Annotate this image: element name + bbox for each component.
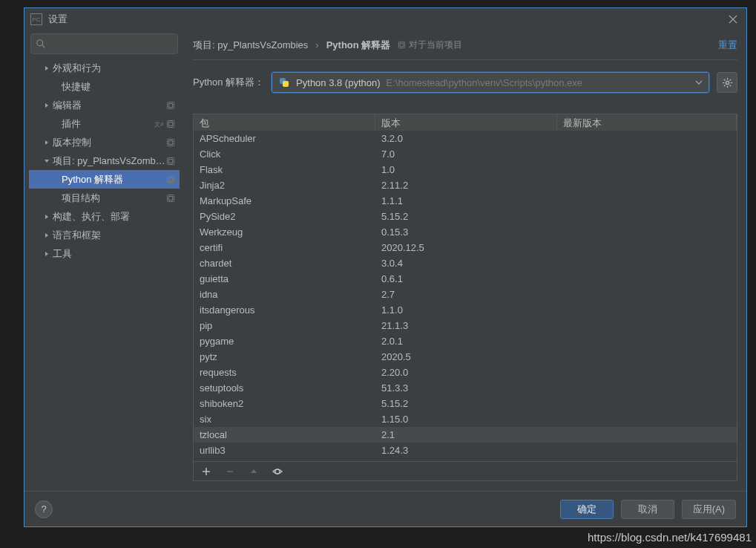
scope-icon: [166, 101, 175, 110]
interpreter-select[interactable]: Python 3.8 (python) E:\homestead\python\…: [272, 72, 709, 93]
cell-package: MarkupSafe: [194, 195, 375, 206]
table-row[interactable]: pip21.1.3: [194, 318, 737, 333]
cell-version: 2.7: [375, 289, 557, 300]
col-latest[interactable]: 最新版本: [557, 114, 737, 131]
add-package-button[interactable]: [200, 465, 213, 478]
breadcrumb: 项目: py_PlantsVsZombies › Python 解释器 对于当前…: [193, 30, 737, 60]
help-button[interactable]: ?: [35, 500, 53, 518]
sidebar-item-8[interactable]: 构建、执行、部署: [29, 207, 180, 226]
breadcrumb-page: Python 解释器: [326, 39, 391, 52]
sidebar-item-3[interactable]: 插件文A: [29, 114, 180, 133]
cell-package: idna: [194, 289, 375, 300]
expand-icon: [41, 229, 53, 241]
sidebar-item-label: Python 解释器: [62, 173, 166, 186]
cell-package: shiboken2: [194, 398, 375, 409]
cell-package: chardet: [194, 258, 375, 269]
sidebar-item-2[interactable]: 编辑器: [29, 96, 180, 114]
cell-version: 51.3.3: [375, 382, 557, 394]
cell-version: 3.2.0: [375, 133, 557, 144]
cell-package: APScheduler: [194, 133, 375, 144]
cell-version: 2.1: [375, 429, 557, 440]
table-header: 包 版本 最新版本: [194, 114, 737, 131]
settings-dialog: PC 设置 外观和行为快捷键编辑器插件文A版本控制项目: py_PlantsVs…: [24, 7, 747, 527]
table-row[interactable]: itsdangerous1.1.0: [194, 302, 737, 318]
sidebar-item-label: 编辑器: [53, 99, 166, 112]
table-row[interactable]: Click7.0: [194, 146, 737, 162]
close-button[interactable]: [726, 12, 740, 27]
table-row[interactable]: shiboken25.15.2: [194, 396, 737, 411]
interpreter-path: E:\homestead\python\venv\Scripts\python.…: [387, 77, 583, 88]
reset-link[interactable]: 重置: [718, 39, 737, 52]
sidebar-item-4[interactable]: 版本控制: [29, 133, 180, 151]
sidebar-item-5[interactable]: 项目: py_PlantsVsZombies: [29, 151, 180, 170]
scope-icon: [166, 175, 175, 184]
svg-text:文A: 文A: [154, 121, 163, 128]
sidebar-item-7[interactable]: 项目结构: [29, 189, 180, 207]
ok-button[interactable]: 确定: [560, 500, 614, 519]
table-row[interactable]: pygame2.0.1: [194, 333, 737, 349]
cell-version: 5.15.2: [375, 211, 557, 222]
search-input[interactable]: [49, 39, 173, 49]
app-icon: PC: [30, 13, 42, 25]
cell-version: 21.1.3: [375, 320, 557, 331]
sidebar-item-1[interactable]: 快捷键: [29, 77, 180, 96]
dialog-body: 外观和行为快捷键编辑器插件文A版本控制项目: py_PlantsVsZombie…: [24, 30, 746, 491]
cell-package: six: [194, 414, 375, 425]
sidebar-item-0[interactable]: 外观和行为: [29, 59, 180, 77]
scope-icon: 文A: [154, 120, 175, 128]
svg-point-0: [37, 40, 43, 46]
interpreter-name: Python 3.8 (python): [296, 77, 380, 88]
show-early-releases-button[interactable]: [271, 465, 284, 478]
cancel-button[interactable]: 取消: [621, 500, 674, 519]
chevron-down-icon: [695, 77, 703, 88]
python-icon: [278, 76, 290, 88]
table-row[interactable]: Jinja22.11.2: [194, 177, 737, 193]
table-row[interactable]: guietta0.6.1: [194, 271, 737, 287]
table-row[interactable]: MarkupSafe1.1.1: [194, 193, 737, 209]
svg-line-1: [42, 45, 45, 48]
cell-package: urllib3: [194, 445, 375, 456]
cell-version: 2.11.2: [375, 180, 557, 191]
cell-version: 5.15.2: [375, 398, 557, 409]
table-row[interactable]: tzlocal2.1: [194, 427, 737, 443]
breadcrumb-hint: 对于当前项目: [398, 39, 462, 51]
cell-package: tzlocal: [194, 429, 375, 440]
interpreter-row: Python 解释器： Python 3.8 (python) E:\homes…: [193, 72, 737, 93]
svg-rect-12: [169, 177, 173, 181]
packages-table: 包 版本 最新版本 APScheduler3.2.0Click7.0Flask1…: [193, 114, 737, 481]
upgrade-package-button[interactable]: [247, 465, 260, 478]
cell-version: 2020.12.5: [375, 242, 557, 253]
table-row[interactable]: certifi2020.12.5: [194, 240, 737, 255]
cell-version: 2.20.0: [375, 367, 557, 378]
table-row[interactable]: urllib31.24.3: [194, 443, 737, 458]
table-row[interactable]: six1.15.0: [194, 411, 737, 427]
sidebar-item-label: 语言和框架: [53, 229, 175, 242]
sidebar: 外观和行为快捷键编辑器插件文A版本控制项目: py_PlantsVsZombie…: [24, 30, 184, 491]
col-package[interactable]: 包: [194, 114, 375, 131]
sidebar-item-10[interactable]: 工具: [29, 244, 180, 263]
apply-button[interactable]: 应用(A): [682, 500, 736, 519]
svg-rect-10: [169, 159, 173, 163]
table-row[interactable]: pytz2020.5: [194, 349, 737, 365]
table-row[interactable]: idna2.7: [194, 287, 737, 302]
expand-icon: [41, 248, 53, 260]
sidebar-item-6[interactable]: Python 解释器: [29, 170, 180, 189]
table-row[interactable]: setuptools51.3.3: [194, 380, 737, 396]
col-version[interactable]: 版本: [375, 114, 557, 131]
table-row[interactable]: requests2.20.0: [194, 365, 737, 380]
svg-line-22: [723, 79, 725, 80]
table-row[interactable]: chardet3.0.4: [194, 255, 737, 271]
search-input-wrap[interactable]: [30, 33, 178, 54]
cell-package: certifi: [194, 242, 375, 253]
table-row[interactable]: Werkzeug0.15.3: [194, 224, 737, 240]
table-row[interactable]: APScheduler3.2.0: [194, 131, 737, 146]
table-row[interactable]: PySide25.15.2: [194, 209, 737, 224]
expand-icon: [41, 100, 53, 111]
remove-package-button[interactable]: [223, 465, 237, 478]
cell-version: 2.0.1: [375, 336, 557, 347]
table-row[interactable]: Flask1.0: [194, 162, 737, 177]
interpreter-settings-button[interactable]: [717, 72, 737, 93]
expand-icon: [41, 155, 53, 167]
gear-icon: [722, 77, 733, 88]
sidebar-item-9[interactable]: 语言和框架: [29, 226, 180, 244]
